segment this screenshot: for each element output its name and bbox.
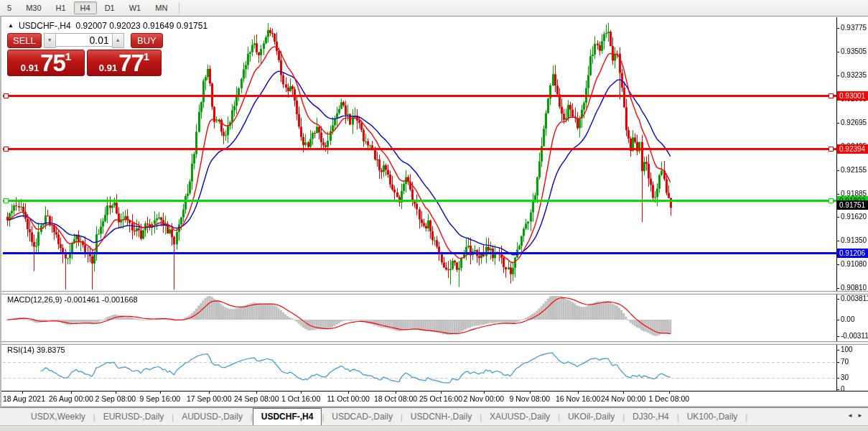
rsi-tick-label: 100 [841, 346, 868, 354]
level-handle-right-support-green[interactable] [829, 198, 834, 203]
level-line-support-green[interactable] [3, 200, 836, 202]
tab-dj30-h4[interactable]: DJ30-,H4 [625, 409, 677, 425]
price-tick-label: 0.92695 [841, 119, 868, 127]
buy-price-superscript: 1 [144, 52, 149, 62]
timeframe-button-mn[interactable]: MN [149, 1, 174, 14]
price-tick-label: 0.91350 [841, 236, 868, 245]
tab-usdcnh-daily[interactable]: USDCNH-,Daily [403, 409, 480, 425]
buy-price-small: 0.91 [99, 62, 117, 73]
time-axis-label: 2 Nov 00:00 [464, 394, 505, 403]
timeframe-button-h1[interactable]: H1 [50, 1, 73, 14]
buy-price-button[interactable]: 0.91 77 1 [87, 50, 162, 76]
level-handle-right-resistance-2[interactable] [829, 147, 834, 152]
time-axis-label: 2 Sep 08:00 [95, 394, 136, 403]
macd-tick-label: -0.003115 [841, 332, 868, 340]
trade-panel-top-row: SELL ▼ ▲ BUY [7, 33, 163, 48]
timeframe-button-5[interactable]: 5 [1, 1, 18, 14]
sell-price-superscript: 1 [65, 52, 71, 62]
price-tick-label: 0.91080 [841, 260, 868, 269]
tab-ukoil-daily[interactable]: UKOil-,Daily [560, 409, 622, 425]
chart-tab-strip: USDX,Weekly|EURUSD-,Daily|AUDUSD-,Daily|… [23, 408, 747, 426]
mt4-terminal: 5M30H1H4D1W1MN ▲ USDCHF-,H4 0.92007 0.92… [0, 0, 868, 431]
sell-price-button[interactable]: 0.91 75 1 [7, 50, 85, 76]
chart-symbol-title: USDCHF-,H4 [19, 21, 71, 31]
chart-ohlc-values: 0.92007 0.92023 0.91649 0.91751 [76, 21, 208, 31]
level-handle-left-support-green[interactable] [4, 198, 9, 203]
time-axis-separator [1, 391, 868, 391]
time-axis-label: 11 Oct 00:00 [327, 394, 370, 403]
trade-panel-price-row: 0.91 75 1 0.91 77 1 [7, 50, 163, 76]
volume-decrease-button[interactable]: ▼ [44, 33, 56, 48]
time-axis-label: 26 Aug 00:00 [49, 394, 93, 403]
buy-price-big: 77 [118, 52, 144, 73]
pane-splitter-rsi[interactable] [1, 341, 868, 345]
level-handle-right-resistance-1[interactable] [829, 93, 834, 98]
chart-header: ▲ USDCHF-,H4 0.92007 0.92023 0.91649 0.9… [8, 21, 207, 31]
tab-scroll-left-icon[interactable]: ◄ [847, 412, 853, 419]
price-label-resistance-2: 0.92394 [837, 144, 868, 154]
time-axis-label: 18 Oct 08:00 [374, 394, 417, 403]
tab-audusd-daily[interactable]: AUDUSD-,Daily [174, 409, 251, 425]
tab-usdcad-daily[interactable]: USDCAD-,Daily [324, 409, 401, 425]
timeframe-button-m30[interactable]: M30 [19, 1, 47, 14]
level-line-resistance-2[interactable] [3, 148, 836, 150]
rsi-tick-label: 30 [841, 374, 868, 382]
tab-uk100-daily[interactable]: UK100-,Daily [679, 409, 746, 425]
sell-price-big: 75 [40, 52, 65, 73]
status-strip [0, 425, 868, 431]
level-handle-left-resistance-2[interactable] [4, 147, 9, 152]
chart-window: ▲ USDCHF-,H4 0.92007 0.92023 0.91649 0.9… [0, 16, 868, 407]
volume-input[interactable] [56, 33, 112, 47]
chevron-down-icon: ▼ [47, 37, 52, 42]
chart-tab-bar: USDX,Weekly|EURUSD-,Daily|AUDUSD-,Daily|… [0, 407, 868, 425]
time-axis-label: 17 Sep 00:00 [187, 394, 231, 403]
price-tick-label: 0.91620 [841, 213, 868, 221]
time-axis-label: 25 Oct 16:00 [419, 394, 462, 403]
tab-xauusd-daily[interactable]: XAUUSD-,Daily [482, 409, 558, 425]
time-axis-label: 24 Nov 00:00 [601, 394, 645, 403]
price-tick-label: 0.93505 [841, 47, 868, 56]
tab-scroll-right-icon[interactable]: ► [857, 412, 863, 419]
sell-button[interactable]: SELL [7, 33, 42, 48]
timeframe-button-w1[interactable]: W1 [123, 1, 148, 14]
level-handle-left-resistance-1[interactable] [4, 93, 9, 98]
tab-usdx-weekly[interactable]: USDX,Weekly [23, 409, 93, 425]
price-label-support-blue: 0.91206 [837, 249, 868, 258]
tab-usdchf-h4[interactable]: USDCHF-,H4 [253, 408, 322, 425]
price-tick-label: 0.93775 [841, 24, 868, 32]
one-click-trading-panel: SELL ▼ ▲ BUY 0.91 75 1 [7, 33, 163, 76]
level-line-support-blue[interactable] [3, 252, 836, 254]
buy-button[interactable]: BUY [131, 33, 163, 48]
sell-price-small: 0.91 [21, 62, 39, 73]
macd-indicator-label: MACD(12,26,9) -0.001461 -0.001668 [7, 295, 138, 304]
price-tick-label: 0.93235 [841, 71, 868, 80]
chevron-up-icon: ▲ [116, 37, 121, 42]
time-axis-label: 9 Nov 08:00 [510, 394, 551, 403]
macd-tick-label: 0.00 [841, 315, 868, 324]
level-line-resistance-1[interactable] [3, 95, 836, 97]
toolbar-separator [179, 2, 179, 14]
time-axis-label: 1 Oct 16:00 [281, 394, 320, 403]
rsi-tick-label: 0 [841, 385, 868, 394]
timeframe-button-h4[interactable]: H4 [74, 1, 97, 14]
time-axis-label: 1 Dec 08:00 [649, 394, 690, 403]
triangle-up-icon[interactable]: ▲ [8, 22, 14, 29]
macd-tick-label: 0.003811 [841, 295, 868, 303]
rsi-tick-label: 70 [841, 358, 868, 366]
timeframe-button-d1[interactable]: D1 [98, 1, 121, 14]
timeframe-toolbar: 5M30H1H4D1W1MN [0, 0, 868, 17]
price-label-resistance-1: 0.93001 [837, 91, 868, 101]
window-bottom-edge [1, 405, 868, 407]
rsi-indicator-label: RSI(14) 39.8375 [7, 346, 65, 354]
pane-splitter-macd[interactable] [1, 291, 868, 295]
time-axis-label: 18 Aug 2021 [3, 394, 45, 403]
time-axis-label: 24 Sep 08:00 [234, 394, 279, 403]
current-price-label: 0.91751 [837, 200, 868, 210]
tab-eurusd-daily[interactable]: EURUSD-,Daily [95, 409, 172, 425]
time-axis-label: 9 Sep 16:00 [140, 394, 181, 403]
tab-separator: | [745, 413, 747, 422]
price-tick-label: 0.92155 [841, 166, 868, 175]
volume-increase-button[interactable]: ▲ [112, 33, 124, 48]
time-axis-label: 16 Nov 16:00 [556, 394, 600, 403]
